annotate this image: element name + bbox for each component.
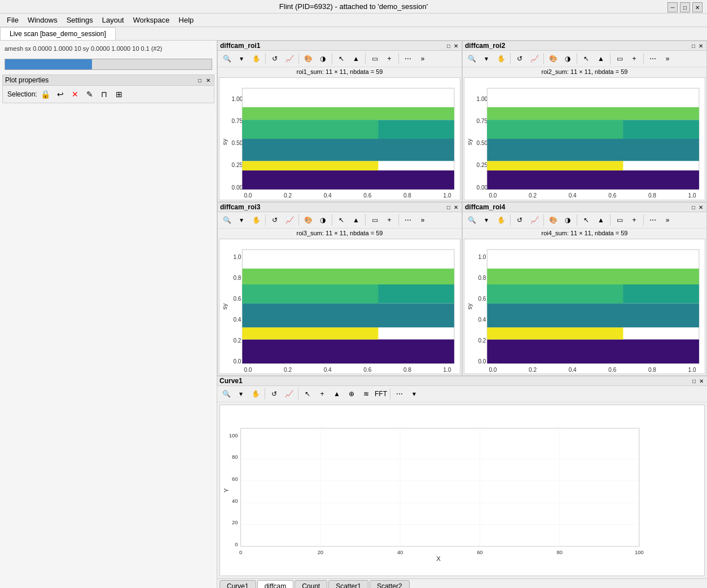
add-icon[interactable]: ✎: [84, 88, 96, 100]
menu-layout[interactable]: Layout: [98, 15, 129, 25]
peak-btn-roi3[interactable]: ▲: [349, 213, 363, 227]
zoom-btn-roi1[interactable]: 🔍: [220, 52, 234, 65]
pan-btn-roi2[interactable]: ✋: [494, 52, 508, 65]
zoom-btn-roi4[interactable]: 🔍: [465, 213, 478, 227]
rect-btn-roi4[interactable]: ▭: [613, 213, 626, 227]
line-btn-roi1[interactable]: 📈: [283, 52, 296, 65]
options-btn-curve1[interactable]: ⋯: [393, 387, 406, 401]
more-btn-roi1[interactable]: »: [416, 52, 429, 65]
roi2-close-btn[interactable]: ✕: [697, 43, 704, 49]
fit-btn-curve1[interactable]: ≋: [359, 387, 373, 401]
menu-windows[interactable]: Windows: [23, 15, 62, 25]
tab-diffcam[interactable]: diffcam: [257, 580, 293, 588]
arrow-btn-roi3[interactable]: ↖: [335, 213, 348, 227]
rect-btn-roi2[interactable]: ▭: [613, 52, 626, 65]
fft-btn-curve1[interactable]: FFT: [374, 387, 388, 401]
roi1-minimize-btn[interactable]: □: [446, 43, 451, 49]
more-btn-roi2[interactable]: »: [661, 52, 674, 65]
contrast-btn-roi2[interactable]: ◑: [561, 52, 574, 65]
arrow-btn-roi1[interactable]: ↖: [335, 52, 348, 65]
plus-btn-curve1[interactable]: +: [315, 387, 329, 401]
palette-btn-roi2[interactable]: 🎨: [546, 52, 560, 65]
tab-scatter1[interactable]: Scatter1: [328, 580, 368, 588]
menu-workspace[interactable]: Workspace: [129, 15, 174, 25]
peakcom-btn-curve1[interactable]: ⊕: [345, 387, 358, 401]
plus-btn-roi4[interactable]: +: [627, 213, 641, 227]
dropdown-btn-curve1[interactable]: ▾: [407, 387, 421, 401]
zoom-dropdown-roi3[interactable]: ▾: [235, 213, 248, 227]
options-btn-roi2[interactable]: ⋯: [646, 52, 660, 65]
contrast-btn-roi1[interactable]: ◑: [316, 52, 330, 65]
contrast-btn-roi4[interactable]: ◑: [561, 213, 574, 227]
arrow-btn-roi4[interactable]: ↖: [579, 213, 593, 227]
line-btn-roi4[interactable]: 📈: [528, 213, 541, 227]
undo-icon[interactable]: ↩: [54, 88, 67, 100]
zoom-btn-roi2[interactable]: 🔍: [465, 52, 478, 65]
zoom-dropdown-roi1[interactable]: ▾: [235, 52, 248, 65]
roi3-close-btn[interactable]: ✕: [453, 204, 459, 210]
plot-properties-minimize[interactable]: □: [197, 77, 203, 84]
plot-properties-close[interactable]: ✕: [205, 77, 212, 84]
roi2-minimize-btn[interactable]: □: [691, 43, 696, 49]
roi3-minimize-btn[interactable]: □: [446, 204, 451, 210]
pan-btn-roi1[interactable]: ✋: [249, 52, 263, 65]
zoom-btn-roi3[interactable]: 🔍: [220, 213, 234, 227]
close-button[interactable]: ✕: [692, 2, 702, 12]
contrast-btn-roi3[interactable]: ◑: [316, 213, 330, 227]
zoom-btn-curve1[interactable]: 🔍: [219, 387, 233, 401]
pan-btn-curve1[interactable]: ✋: [249, 387, 262, 401]
peak-btn-curve1[interactable]: ▲: [330, 387, 344, 401]
line-btn-roi2[interactable]: 📈: [528, 52, 541, 65]
more-btn-roi3[interactable]: »: [416, 213, 429, 227]
tab-live-scan[interactable]: Live scan [base_demo_session]: [0, 27, 116, 40]
peak-btn-roi2[interactable]: ▲: [594, 52, 608, 65]
menu-settings[interactable]: Settings: [62, 15, 98, 25]
options-btn-roi1[interactable]: ⋯: [401, 52, 415, 65]
plus-btn-roi2[interactable]: +: [627, 52, 641, 65]
line-btn-curve1[interactable]: 📈: [282, 387, 296, 401]
roi1-close-btn[interactable]: ✕: [453, 43, 459, 49]
pan-btn-roi4[interactable]: ✋: [494, 213, 508, 227]
roi4-close-btn[interactable]: ✕: [697, 204, 704, 210]
plus-btn-roi3[interactable]: +: [383, 213, 396, 227]
reset-btn-roi2[interactable]: ↺: [513, 52, 526, 65]
palette-btn-roi3[interactable]: 🎨: [301, 213, 315, 227]
zoom-dropdown-curve1[interactable]: ▾: [234, 387, 248, 401]
reset-btn-curve1[interactable]: ↺: [267, 387, 281, 401]
curve1-minimize-btn[interactable]: □: [691, 378, 697, 384]
reset-btn-roi3[interactable]: ↺: [268, 213, 282, 227]
minimize-button[interactable]: ─: [668, 2, 678, 12]
maximize-button[interactable]: □: [680, 2, 690, 12]
sep3-curve1: [390, 388, 390, 400]
reset-btn-roi4[interactable]: ↺: [513, 213, 526, 227]
table-icon[interactable]: ⊞: [113, 88, 125, 100]
options-btn-roi4[interactable]: ⋯: [646, 213, 660, 227]
reset-btn-roi1[interactable]: ↺: [268, 52, 282, 65]
arrow-btn-roi2[interactable]: ↖: [579, 52, 593, 65]
line-btn-roi3[interactable]: 📈: [283, 213, 296, 227]
histogram-icon[interactable]: ⊓: [98, 88, 111, 100]
options-btn-roi3[interactable]: ⋯: [401, 213, 415, 227]
delete-icon[interactable]: ✕: [69, 88, 81, 100]
plus-btn-roi1[interactable]: +: [383, 52, 396, 65]
palette-btn-roi1[interactable]: 🎨: [301, 52, 315, 65]
plot-properties-label: Plot properties: [5, 76, 49, 84]
menu-file[interactable]: File: [2, 15, 23, 25]
curve1-close-btn[interactable]: ✕: [698, 378, 705, 384]
peak-btn-roi1[interactable]: ▲: [349, 52, 363, 65]
zoom-dropdown-roi4[interactable]: ▾: [480, 213, 493, 227]
menu-help[interactable]: Help: [174, 15, 199, 25]
zoom-dropdown-roi2[interactable]: ▾: [480, 52, 493, 65]
more-btn-roi4[interactable]: »: [661, 213, 674, 227]
roi4-minimize-btn[interactable]: □: [691, 204, 696, 210]
peak-btn-roi4[interactable]: ▲: [594, 213, 608, 227]
tab-count[interactable]: Count: [295, 580, 327, 588]
tab-scatter2[interactable]: Scatter2: [370, 580, 410, 588]
arrow-btn-curve1[interactable]: ↖: [301, 387, 314, 401]
rect-btn-roi1[interactable]: ▭: [368, 52, 381, 65]
lock-icon[interactable]: 🔒: [39, 88, 52, 100]
tab-curve1[interactable]: Curve1: [219, 580, 256, 588]
palette-btn-roi4[interactable]: 🎨: [546, 213, 560, 227]
rect-btn-roi3[interactable]: ▭: [368, 213, 381, 227]
pan-btn-roi3[interactable]: ✋: [249, 213, 263, 227]
